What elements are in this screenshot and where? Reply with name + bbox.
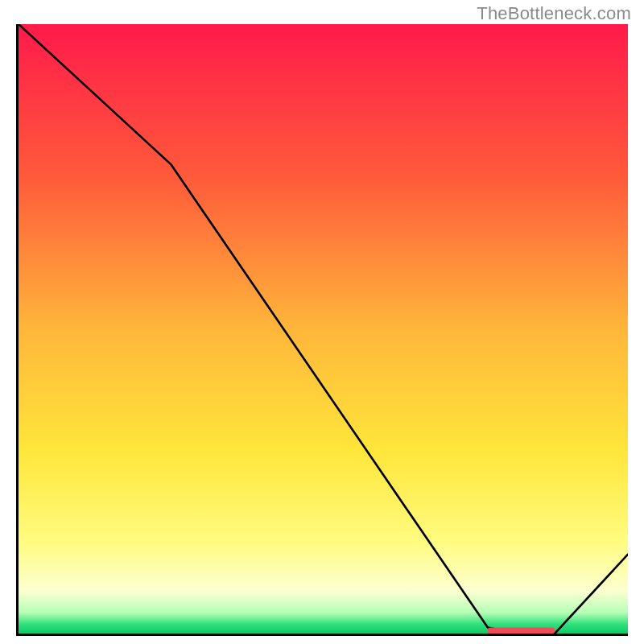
chart-plot-area — [16, 24, 628, 636]
chart-background-gradient — [19, 24, 628, 634]
svg-rect-0 — [19, 24, 628, 634]
watermark-text: TheBottleneck.com — [477, 3, 631, 24]
